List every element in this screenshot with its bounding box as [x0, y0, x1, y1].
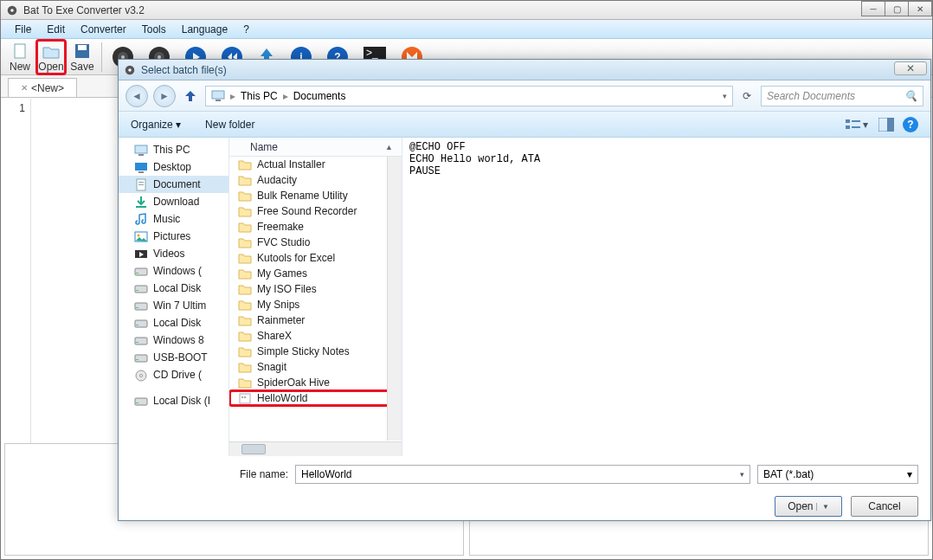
view-options-button[interactable]: ▾ — [846, 118, 870, 132]
svg-text:▾: ▾ — [863, 119, 868, 131]
menu-help[interactable]: ? — [236, 22, 256, 37]
svg-rect-34 — [136, 273, 138, 274]
tab-close-icon[interactable]: ✕ — [21, 83, 28, 93]
folder-icon — [238, 190, 252, 202]
addr-dropdown-icon[interactable]: ▾ — [723, 92, 727, 100]
file-row[interactable]: Simple Sticky Notes — [229, 344, 402, 359]
docs-icon — [134, 178, 148, 190]
tree-item-local-disk-i[interactable]: Local Disk (I — [119, 392, 228, 409]
tree-item-download[interactable]: Download — [119, 193, 228, 210]
filename-input[interactable]: HelloWorld ▾ — [295, 465, 750, 484]
menu-language[interactable]: Language — [175, 22, 235, 37]
cancel-button[interactable]: Cancel — [851, 496, 918, 517]
file-row[interactable]: SpiderOak Hive — [229, 375, 402, 390]
menu-tools[interactable]: Tools — [135, 22, 173, 37]
refresh-button[interactable]: ⟳ — [738, 90, 756, 102]
tree-item-desktop[interactable]: Desktop — [119, 158, 228, 176]
address-bar[interactable]: ▸ This PC ▸ Documents ▾ — [205, 86, 733, 106]
file-row[interactable]: Bulk Rename Utility — [229, 188, 402, 203]
close-button[interactable]: ✕ — [908, 1, 932, 16]
disk-icon — [134, 265, 148, 277]
svg-rect-48 — [136, 402, 138, 403]
file-row[interactable]: My Snips — [229, 297, 402, 312]
svg-rect-33 — [135, 268, 147, 275]
minimize-button[interactable]: ─ — [861, 1, 885, 16]
tree-item-usb-boot[interactable]: USB-BOOT — [119, 349, 228, 366]
breadcrumb-root[interactable]: This PC — [241, 90, 278, 102]
help-icon[interactable]: ? — [903, 117, 918, 132]
horizontal-scrollbar[interactable] — [229, 441, 402, 456]
tree-item-win-7-ultim[interactable]: Win 7 Ultim — [119, 297, 228, 314]
toolbar-open[interactable]: Open — [35, 39, 67, 75]
breadcrumb-folder[interactable]: Documents — [293, 90, 346, 102]
svg-rect-39 — [135, 320, 147, 327]
column-header-name[interactable]: Name ▲ — [229, 138, 402, 157]
preview-pane-button[interactable] — [878, 118, 894, 132]
toolbar-save[interactable]: Save — [67, 42, 98, 73]
svg-rect-43 — [135, 355, 147, 362]
tree-item-music[interactable]: Music — [119, 210, 228, 228]
menu-converter[interactable]: Converter — [74, 22, 133, 37]
svg-point-12 — [128, 68, 132, 72]
nav-forward-button[interactable]: ► — [153, 85, 176, 107]
new-folder-button[interactable]: New folder — [205, 119, 254, 131]
tree-item-cd-drive-[interactable]: CD Drive ( — [119, 366, 228, 383]
breadcrumb-sep: ▸ — [283, 90, 288, 102]
videos-icon — [134, 248, 148, 260]
nav-back-button[interactable]: ◄ — [125, 85, 148, 107]
folder-icon — [238, 284, 252, 295]
file-row[interactable]: My Games — [229, 266, 402, 281]
svg-rect-23 — [138, 154, 144, 156]
disk-icon — [134, 299, 148, 312]
pics-icon — [134, 230, 148, 242]
filetype-select[interactable]: BAT (*.bat) ▾ — [757, 465, 918, 484]
nav-tree: This PCDesktopDocumentDownloadMusicPictu… — [119, 138, 229, 456]
tree-item-windows-[interactable]: Windows ( — [119, 262, 228, 280]
search-input[interactable]: Search Documents 🔍 — [761, 86, 923, 106]
file-row[interactable]: Freemake — [229, 219, 402, 235]
file-row[interactable]: Rainmeter — [229, 312, 402, 328]
pc-icon — [134, 144, 148, 156]
file-row[interactable]: HelloWorld — [229, 390, 402, 406]
editor-tab[interactable]: ✕ <New> — [8, 78, 77, 97]
filetype-dropdown-icon[interactable]: ▾ — [907, 468, 912, 480]
tree-item-local-disk[interactable]: Local Disk — [119, 314, 228, 331]
tree-item-local-disk[interactable]: Local Disk — [119, 280, 228, 297]
open-button[interactable]: Open ▼ — [775, 496, 842, 517]
tree-item-document[interactable]: Document — [119, 176, 228, 193]
tree-item-windows-8[interactable]: Windows 8 — [119, 331, 228, 349]
file-row[interactable]: Free Sound Recorder — [229, 203, 402, 219]
scroll-thumb[interactable] — [241, 444, 266, 454]
folder-icon — [238, 315, 252, 326]
file-row[interactable]: Snagit — [229, 359, 402, 375]
file-row[interactable]: ShareX — [229, 328, 402, 344]
maximize-button[interactable]: ▢ — [885, 1, 909, 16]
file-row[interactable]: My ISO Files — [229, 281, 402, 297]
svg-rect-18 — [852, 126, 860, 128]
dialog-close-button[interactable]: ✕ — [894, 61, 927, 75]
window-title: Bat To Exe Converter v3.2 — [23, 4, 145, 16]
music-icon — [134, 213, 148, 225]
file-row[interactable]: Actual Installer — [229, 157, 402, 172]
file-row[interactable]: Audacity — [229, 172, 402, 188]
menu-edit[interactable]: Edit — [40, 22, 72, 37]
tree-item-pictures[interactable]: Pictures — [119, 228, 228, 245]
pc-icon — [211, 90, 225, 102]
tree-item-videos[interactable]: Videos — [119, 245, 228, 262]
nav-up-button[interactable] — [181, 87, 200, 106]
new-icon — [10, 42, 29, 61]
file-row[interactable]: Kutools for Excel — [229, 250, 402, 266]
dialog-title: Select batch file(s) — [141, 64, 227, 76]
tree-item-this-pc[interactable]: This PC — [119, 141, 228, 158]
svg-rect-17 — [852, 120, 860, 122]
svg-text:>_: >_ — [366, 47, 378, 59]
svg-rect-38 — [136, 307, 138, 308]
disk-icon — [134, 395, 148, 407]
filename-dropdown-icon[interactable]: ▾ — [740, 470, 744, 479]
toolbar-new[interactable]: New — [4, 42, 35, 73]
menu-file[interactable]: File — [8, 22, 38, 37]
vertical-scrollbar[interactable] — [387, 157, 402, 441]
file-row[interactable]: FVC Studio — [229, 235, 402, 250]
organize-menu[interactable]: Organize ▾ — [131, 119, 181, 131]
svg-rect-14 — [216, 100, 221, 101]
